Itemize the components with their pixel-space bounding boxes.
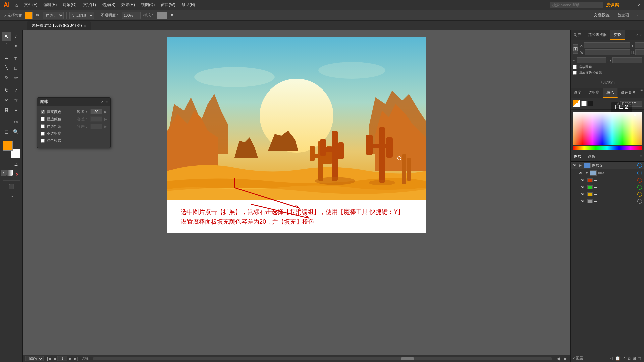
tab-close-button[interactable]: × (84, 24, 86, 28)
gradient-mode[interactable] (7, 170, 13, 176)
h-input[interactable] (635, 49, 644, 55)
prefs-button[interactable]: 首选项 (614, 11, 632, 19)
stroke-icon[interactable]: ✏ (34, 12, 41, 19)
next-page-button[interactable]: ▶ (68, 356, 72, 361)
slice-tool[interactable]: ✂ (11, 117, 21, 127)
column-graph-tool[interactable]: ▦ (2, 105, 11, 114)
transparency-menu-icon[interactable]: ≡ (640, 88, 643, 93)
mode-select[interactable]: 描边： (43, 12, 64, 19)
black-swatch[interactable] (588, 101, 593, 106)
layer-item-red[interactable]: 👁 ··· (571, 177, 644, 184)
stroke-color-checkbox[interactable] (41, 117, 45, 121)
arrange-icon[interactable]: ⋮ (634, 12, 641, 19)
stroke-width-tolerance-input[interactable] (90, 124, 102, 129)
tab-color[interactable]: 颜色 (603, 88, 618, 98)
yellow-eye[interactable]: 👁 (581, 192, 586, 196)
layer-item-003[interactable]: 👁 ▼ 003 (571, 169, 644, 177)
canvas-scroll[interactable]: 选中图片点击【扩展】，鼠标右击选择【取消编组】，使用【魔棒工具 快捷键：Y】 设… (23, 30, 570, 355)
pen-tool[interactable]: ✒ (2, 54, 11, 63)
menu-file[interactable]: 文件(F) (21, 1, 40, 9)
bar-graph-tool[interactable]: ≡ (11, 105, 21, 114)
panel-menu-icon[interactable]: ≡ (105, 100, 108, 104)
none-swatch[interactable]: □ (2, 160, 11, 169)
fill-tolerance-arrow[interactable]: ▶ (104, 110, 107, 114)
color-hue-bar[interactable] (573, 146, 642, 150)
points-select[interactable]: 3 点圆形 (69, 12, 94, 19)
layer2-arrow[interactable]: ▶ (579, 164, 583, 167)
foreground-color-swatch[interactable] (3, 141, 13, 151)
layer-item-green[interactable]: 👁 ··· (571, 184, 644, 191)
layer-create-new[interactable]: 📋 (615, 356, 620, 361)
shear-input[interactable] (612, 57, 642, 63)
yellow-visibility[interactable] (637, 192, 642, 197)
menu-window[interactable]: 窗口(W) (158, 1, 178, 9)
document-tab[interactable]: 未标题-1*@ 100% (RGB/预览) × (27, 21, 91, 30)
red-visibility[interactable] (637, 178, 642, 183)
eraser-tool[interactable]: ◻ (2, 127, 11, 136)
blend-mode-checkbox[interactable] (41, 139, 45, 143)
fill-color-swatch[interactable] (25, 12, 33, 19)
more-tools[interactable]: ··· (7, 192, 16, 201)
menu-edit[interactable]: 编辑(E) (41, 1, 59, 9)
right-panel-close[interactable]: × (640, 33, 642, 37)
blend-tool[interactable]: ∞ (2, 95, 11, 105)
tab-pathfinder[interactable]: 路径查找器 (585, 30, 610, 40)
layer-delete[interactable]: 🗑 (638, 356, 642, 361)
menu-help[interactable]: 帮助(H) (179, 1, 198, 9)
none-mode[interactable]: × (13, 170, 22, 179)
right-panel-expand[interactable]: ↗ (636, 33, 639, 37)
menu-object[interactable]: 对象(O) (60, 1, 79, 9)
rotate-tool[interactable]: ↻ (2, 85, 11, 95)
close-button[interactable]: ✕ (637, 3, 641, 7)
prev-page-button[interactable]: ◀ (52, 356, 57, 361)
panel-close-icon[interactable]: × (101, 100, 103, 104)
style-swatch[interactable] (157, 12, 167, 19)
search-input[interactable] (550, 2, 603, 8)
page-input[interactable] (57, 356, 67, 361)
menu-text[interactable]: 文字(T) (80, 1, 99, 9)
pencil-tool[interactable]: ✏ (11, 73, 21, 82)
fill-color-checkbox[interactable] (41, 110, 45, 114)
zoom-tool[interactable]: 🔍 (11, 127, 21, 136)
scroll-thumb[interactable] (401, 357, 414, 360)
angle-input[interactable] (577, 57, 606, 63)
003-eye[interactable]: 👁 (579, 171, 584, 175)
scroll-left[interactable]: ◀ (556, 356, 560, 361)
color-mode[interactable]: ● (1, 170, 7, 176)
stroke-width-arrow[interactable]: ▶ (104, 125, 107, 128)
minimize-button[interactable]: － (625, 3, 629, 7)
fill-stroke-swatch[interactable] (573, 100, 580, 107)
direct-select-tool[interactable]: ↙ (11, 32, 21, 41)
x-input[interactable] (584, 42, 630, 48)
003-visibility[interactable] (637, 171, 642, 175)
y-input[interactable] (635, 42, 644, 48)
line-tool[interactable]: ╲ (2, 63, 11, 73)
select-tool[interactable]: ↖ (2, 32, 11, 41)
maximize-button[interactable]: □ (631, 3, 635, 7)
menu-select[interactable]: 选择(S) (99, 1, 118, 9)
panel-collapse-icon[interactable]: — (96, 100, 99, 104)
scale-tool[interactable]: ⤢ (11, 85, 21, 95)
tab-align[interactable]: 对齐 (571, 30, 585, 40)
home-button[interactable]: ⌂ (13, 1, 21, 9)
lasso-tool[interactable]: ⌒ (2, 41, 11, 51)
opacity-input[interactable] (122, 12, 141, 19)
white-swatch[interactable] (581, 101, 587, 106)
stroke-tolerance-input[interactable] (90, 116, 102, 122)
green-visibility[interactable] (637, 185, 642, 190)
scroll-right[interactable]: ▶ (563, 356, 568, 361)
red-eye[interactable]: 👁 (581, 178, 586, 182)
symbol-tool[interactable]: ☆ (11, 95, 21, 105)
tab-transform[interactable]: 变换 (610, 30, 625, 40)
fill-tolerance-input[interactable] (90, 109, 102, 114)
layer-move-to[interactable]: ↗ (622, 356, 626, 361)
opacity-checkbox[interactable] (41, 132, 45, 136)
stroke-width-checkbox[interactable] (41, 124, 45, 128)
tab-artboards[interactable]: 画板 (585, 152, 599, 161)
w-input[interactable] (585, 49, 630, 55)
layer-merge[interactable]: ⊞ (633, 356, 636, 361)
style-arrow[interactable]: ▼ (168, 12, 176, 19)
layer2-visibility[interactable] (637, 163, 642, 168)
gray-eye[interactable]: 👁 (581, 199, 586, 203)
scale-stroke-checkbox[interactable] (573, 71, 577, 75)
